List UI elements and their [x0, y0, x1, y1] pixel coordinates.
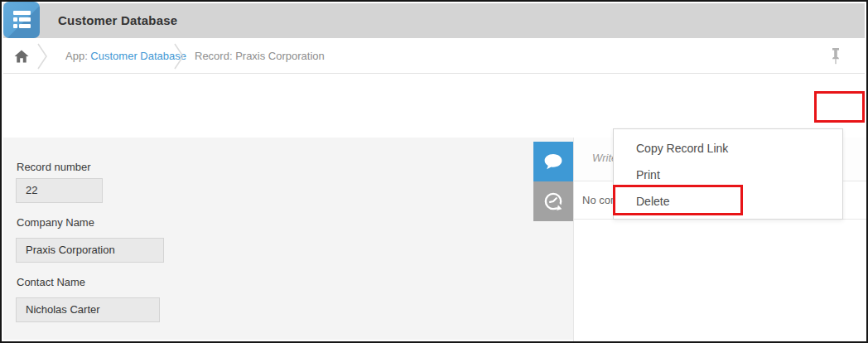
history-icon	[542, 190, 565, 213]
home-icon[interactable]	[13, 48, 30, 68]
breadcrumb-separator	[173, 42, 185, 74]
contact-name-value: Nicholas Carter	[16, 297, 160, 322]
record-number-label: Record number	[17, 161, 91, 173]
page-title: Customer Database	[58, 13, 177, 27]
annotation-box-delete	[613, 185, 743, 215]
header-bar: Customer Database	[3, 3, 865, 38]
record-number-value: 22	[16, 178, 103, 203]
speech-bubble-icon	[542, 151, 564, 172]
app-window: Customer Database App: Customer Database…	[0, 0, 868, 343]
breadcrumb-separator	[36, 42, 48, 74]
pin-icon[interactable]	[830, 47, 841, 69]
breadcrumb-record: Record: Praxis Corporation	[195, 50, 325, 62]
breadcrumb-app-link[interactable]: Customer Database	[90, 50, 186, 62]
breadcrumb-app: App: Customer Database	[65, 50, 186, 62]
list-icon	[13, 11, 31, 15]
contact-name-label: Contact Name	[17, 276, 85, 288]
company-name-label: Company Name	[17, 216, 94, 229]
panel-tabs	[533, 142, 573, 221]
tab-comments[interactable]	[533, 142, 573, 181]
company-name-value: Praxis Corporation	[16, 238, 164, 263]
menu-item-copy-record-link[interactable]: Copy Record Link	[614, 135, 842, 162]
annotation-box-ellipsis	[814, 91, 865, 123]
app-menu-icon[interactable]	[3, 2, 40, 38]
breadcrumb: App: Customer Database Record: Praxis Co…	[3, 38, 865, 74]
tab-history[interactable]	[533, 181, 573, 221]
breadcrumb-app-prefix: App:	[65, 50, 90, 62]
